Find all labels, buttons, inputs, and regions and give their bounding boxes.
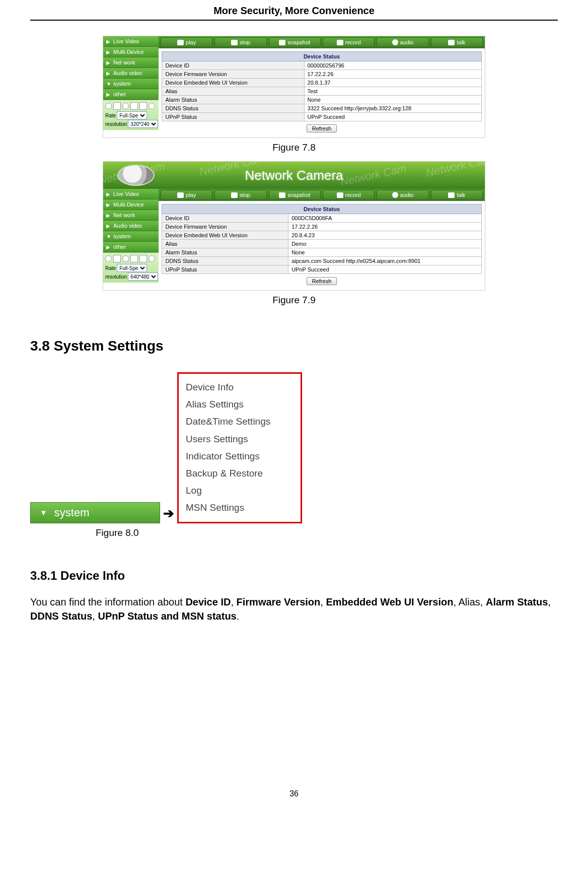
play-button[interactable]: play (161, 190, 212, 200)
table-row: UPnP StatusUPnP Succeed (162, 113, 481, 121)
stop-button[interactable]: stop (214, 37, 266, 47)
stop-button[interactable]: stop (214, 190, 266, 200)
rate-label: Rate (105, 113, 116, 118)
status-key: DDNS Status (162, 257, 288, 265)
sidebar-item-label: other (113, 244, 126, 250)
record-icon (337, 192, 343, 198)
layout-button[interactable] (139, 102, 147, 110)
snapshot-button[interactable]: snapshot (269, 37, 321, 47)
refresh-button[interactable]: Refresh (307, 124, 337, 132)
layout-button[interactable] (113, 255, 121, 262)
layout-button[interactable] (113, 102, 121, 110)
status-key: Alarm Status (162, 248, 288, 257)
sidebar-item-other[interactable]: ▶other (103, 242, 159, 252)
snapshot-label: snapshot (287, 192, 310, 198)
menu-item-indicator-settings[interactable]: Indicator Settings (186, 448, 293, 465)
talk-icon (448, 40, 455, 45)
fig78-toolbar: play stop snapshot record audio talk (159, 36, 485, 48)
snapshot-label: snapshot (287, 39, 310, 45)
layout-button[interactable] (122, 255, 129, 262)
menu-item-alias-settings[interactable]: Alias Settings (186, 396, 293, 413)
table-row: Device Firmware Version17.22.2.26 (162, 70, 481, 79)
sidebar-item-system[interactable]: ▼ system (30, 502, 160, 523)
chevron-right-icon: ▶ (106, 191, 111, 197)
table-row: AliasTest (162, 87, 481, 96)
layout-button[interactable] (149, 103, 155, 109)
audio-button[interactable]: audio (377, 190, 428, 200)
sidebar-item-label: system (113, 233, 131, 239)
talk-icon (448, 192, 455, 198)
sidebar-item-system[interactable]: ▼system (103, 231, 159, 242)
status-value: 17.22.2.26 (288, 223, 481, 231)
status-value: 20.8.4.23 (288, 231, 481, 240)
play-icon (177, 192, 184, 198)
table-row: Device ID000DC5D008FA (162, 214, 481, 223)
menu-item-log[interactable]: Log (186, 482, 293, 499)
layout-button[interactable] (130, 102, 138, 110)
status-key: Alarm Status (162, 96, 304, 104)
sidebar-item-label: other (113, 91, 126, 97)
refresh-button[interactable]: Refresh (307, 277, 337, 285)
chevron-right-icon: ▶ (106, 202, 111, 208)
sidebar-item-network[interactable]: ▶Net work (103, 210, 159, 221)
chevron-right-icon: ▶ (106, 244, 111, 250)
page-number: 36 (30, 789, 558, 798)
status-key: Alias (162, 87, 304, 96)
talk-button[interactable]: talk (431, 37, 483, 47)
play-button[interactable]: play (161, 37, 212, 47)
status-key: Device Firmware Version (162, 70, 304, 79)
sidebar-item-live-video[interactable]: ▶Live Video (103, 189, 159, 199)
table-row: DDNS Statusaipcam.com Succeed http://e02… (162, 257, 481, 265)
system-submenu: Device Info Alias Settings Date&Time Set… (177, 372, 302, 523)
snapshot-button[interactable]: snapshot (269, 190, 321, 200)
rate-select[interactable]: Full-Speed (117, 111, 147, 119)
audio-label: audio (400, 192, 414, 198)
audio-button[interactable]: audio (377, 37, 428, 47)
bold-term: Alarm Status (486, 596, 548, 607)
layout-button[interactable] (130, 255, 138, 262)
table-row: AliasDemo (162, 240, 481, 248)
body-paragraph: You can find the information about Devic… (30, 595, 558, 623)
record-label: record (345, 39, 361, 45)
chevron-down-icon: ▼ (106, 81, 111, 87)
sidebar-item-other[interactable]: ▶ other (103, 89, 159, 100)
layout-button[interactable] (149, 255, 155, 262)
chevron-right-icon: ▶ (106, 213, 111, 218)
bold-term: DDNS Status (30, 611, 92, 622)
sidebar-item-live-video[interactable]: ▶ Live Video (103, 36, 159, 47)
menu-item-device-info[interactable]: Device Info (186, 379, 293, 396)
sidebar-item-audio-video[interactable]: ▶Audio video (103, 221, 159, 231)
sidebar-item-system[interactable]: ▼ system (103, 79, 159, 89)
sidebar-item-audio-video[interactable]: ▶ Audio video (103, 68, 159, 79)
rate-select[interactable]: Full-Speed (117, 264, 147, 272)
menu-item-msn-settings[interactable]: MSN Settings (186, 499, 293, 516)
sidebar-item-label: Net work (113, 212, 135, 218)
status-value: Demo (288, 240, 481, 248)
resolution-select[interactable]: 320*240 (128, 120, 158, 128)
body-text: , (231, 596, 236, 607)
layout-button[interactable] (122, 103, 129, 109)
figure-7-9-caption: Figure 7.9 (30, 295, 558, 306)
table-row: Alarm StatusNone (162, 248, 481, 257)
sidebar-item-multi-device[interactable]: ▶Multi-Device (103, 199, 159, 210)
figure-8-0-caption: Figure 8.0 (96, 527, 558, 538)
status-value: 000DC5D008FA (288, 214, 481, 223)
layout-button[interactable] (139, 255, 147, 262)
resolution-select[interactable]: 640*480 (128, 273, 158, 281)
control-panel: Rate Full-Speed resolution 320*240 (103, 100, 159, 130)
chevron-right-icon: ▶ (106, 223, 111, 229)
sidebar-item-multi-device[interactable]: ▶ Multi-Device (103, 47, 159, 57)
chevron-down-icon: ▼ (106, 234, 111, 239)
status-key: Device Embeded Web UI Version (162, 231, 288, 240)
layout-button[interactable] (105, 103, 112, 109)
body-text: , (320, 596, 326, 607)
sidebar-item-network[interactable]: ▶ Net work (103, 57, 159, 68)
layout-button[interactable] (105, 255, 112, 262)
menu-item-date-time-settings[interactable]: Date&Time Settings (186, 413, 293, 430)
menu-item-backup-restore[interactable]: Backup & Restore (186, 465, 293, 482)
record-button[interactable]: record (323, 190, 375, 200)
record-button[interactable]: record (323, 37, 375, 47)
menu-item-users-settings[interactable]: Users Settings (186, 431, 293, 448)
bold-term: Device ID (185, 596, 231, 607)
talk-button[interactable]: talk (431, 190, 483, 200)
